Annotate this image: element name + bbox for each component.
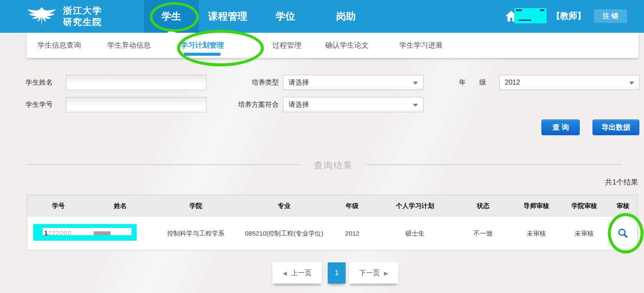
grade-value: 2012 [505,79,520,86]
app-window: 浙江大学 研究生院 学生 课程管理 学位 岗助 【教师】 注 销 学生信息 [0,0,644,293]
page-number-current[interactable]: 1 [328,262,346,284]
nav-item-student[interactable]: 学生 [144,0,199,33]
student-name-label: 学生姓名 [26,75,53,90]
redacted-student-identity: 1222000 [33,224,137,241]
next-page-label: 下一页 [359,269,380,278]
tab-study-plan-management[interactable]: 学习计划管理 [180,33,224,58]
redaction-visible-strip: 1222000 [43,228,132,235]
nav-item-course-management[interactable]: 课程管理 [200,0,255,33]
cell-personal-plan: 硕士生 [377,216,453,250]
university-logo: 浙江大学 研究生院 [25,3,102,29]
export-data-button[interactable]: 导出数据 [592,119,639,135]
prev-page-label: 上一页 [291,269,312,278]
training-type-select[interactable]: 请选择 [283,75,424,90]
sub-navigation: 学生信息查询 学生异动信息 学习计划管理 过程管理 确认学生论文 学生学习进展 [27,33,638,58]
cell-college: 控制科学与工程学系 [151,216,240,250]
user-role-label: 【教师】 [552,10,586,22]
nav-item-label: 岗助 [336,10,356,23]
col-header-personal-plan: 个人学习计划 [377,195,453,216]
student-id-input[interactable] [66,97,206,112]
redacted-name-smudge [94,231,111,235]
divider-right [366,164,621,165]
university-logo-icon [25,3,59,29]
training-plan-select[interactable]: 请选择 [283,97,424,112]
nav-item-label: 学位 [276,10,295,23]
col-header-major: 专业 [240,195,328,216]
nav-item-label: 课程管理 [208,10,247,23]
divider-left [27,164,300,165]
cell-advisor-review: 未审核 [513,216,560,250]
training-plan-value: 请选择 [289,101,309,108]
chevron-down-icon [413,82,418,85]
student-name-input[interactable] [66,75,206,90]
pagination: ◀ 上一页 1 下一页 ▶ [272,262,398,284]
cell-major: 085210|控制工程(专业学位) [240,216,328,250]
col-header-student-id: 学号 [27,195,89,216]
col-header-college: 学院 [151,195,240,216]
prev-arrow-icon: ◀ [283,270,287,276]
col-header-status: 状态 [453,195,513,216]
training-type-label: 培养类型 [226,75,279,90]
top-header: 浙江大学 研究生院 学生 课程管理 学位 岗助 【教师】 注 销 [0,0,644,33]
cell-review-action [609,216,637,250]
magnifier-review-icon[interactable] [617,228,629,239]
grade-select[interactable]: 2012 [499,75,640,90]
next-page-button[interactable]: 下一页 ▶ [349,262,398,284]
training-type-value: 请选择 [289,79,309,86]
student-id-label: 学生学号 [26,97,53,112]
nav-item-label: 学生 [162,10,181,23]
col-header-name: 姓名 [89,195,151,216]
tab-confirm-student-thesis[interactable]: 确认学生论文 [325,33,369,58]
prev-page-button[interactable]: ◀ 上一页 [272,262,322,284]
logo-text-line2: 研究生院 [63,16,102,28]
col-header-advisor-review: 导师审核 [513,195,560,216]
tab-student-study-progress[interactable]: 学生学习进展 [399,33,443,58]
logo-text-line1: 浙江大学 [63,5,102,16]
nav-item-degree[interactable]: 学位 [267,0,303,33]
tab-student-change-info[interactable]: 学生异动信息 [107,33,151,58]
cell-status: 不一致 [453,216,513,250]
col-header-college-review: 学院审核 [560,195,609,216]
cell-grade: 2012 [328,216,377,250]
next-arrow-icon: ▶ [384,270,388,276]
col-header-review: 审核 [609,195,637,216]
chevron-down-icon [413,104,418,107]
query-button[interactable]: 查 询 [541,119,580,135]
redacted-username [514,8,547,23]
grade-label: 年 级 [459,75,486,90]
active-nav-notch [167,29,176,33]
result-count: 共1个结果 [605,177,638,187]
nav-item-post-assist[interactable]: 岗助 [330,0,362,33]
cell-college-review: 未审核 [560,216,609,250]
tab-process-management[interactable]: 过程管理 [272,33,301,58]
chevron-down-icon [629,82,634,85]
tab-student-info-query[interactable]: 学生信息查询 [37,33,81,58]
col-header-grade: 年级 [328,195,377,216]
table-header-row: 学号 姓名 学院 专业 年级 个人学习计划 状态 导师审核 学院审核 审核 [27,195,637,216]
training-plan-label: 培养方案符合 [226,97,279,112]
results-table: 学号 姓名 学院 专业 年级 个人学习计划 状态 导师审核 学院审核 审核 控制… [27,195,638,250]
results-section-title: 查询结果 [303,159,363,171]
logout-button[interactable]: 注 销 [594,10,627,23]
